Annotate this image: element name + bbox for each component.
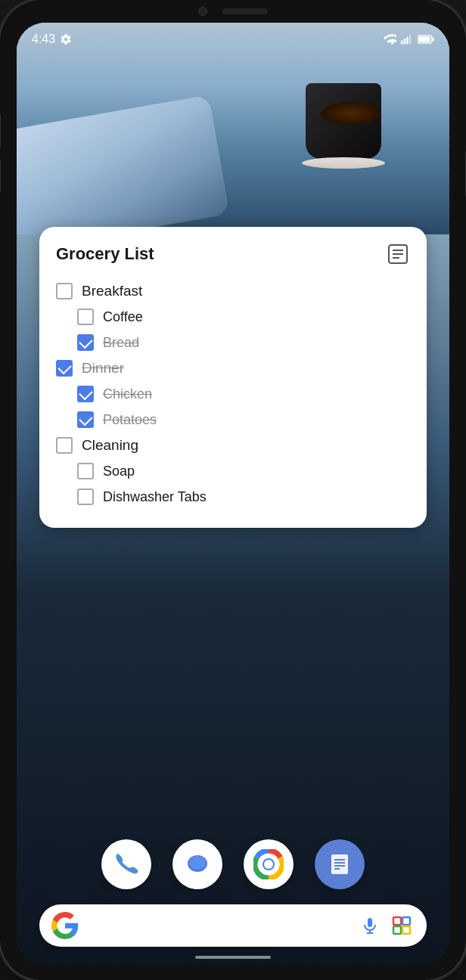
wifi-icon [383, 34, 396, 45]
svg-rect-27 [393, 926, 401, 934]
google-search-bar[interactable] [39, 904, 427, 947]
svg-rect-22 [368, 918, 372, 927]
widget-header: Grocery List [56, 242, 410, 266]
google-lens-button[interactable] [389, 913, 415, 938]
svg-rect-0 [401, 41, 402, 45]
bottom-dock [17, 839, 449, 889]
google-logo [51, 912, 79, 939]
dock-app-notes[interactable] [315, 839, 365, 889]
voice-search-button[interactable] [357, 913, 383, 938]
checkbox-dishwasher[interactable] [77, 488, 94, 505]
home-indicator[interactable] [195, 956, 271, 959]
item-label-coffee: Coffee [103, 309, 143, 325]
status-icons [383, 34, 434, 45]
status-time: 4:43 [32, 33, 72, 46]
list-icon[interactable] [386, 242, 410, 266]
checkbox-dinner[interactable] [56, 360, 73, 377]
phone-notch [0, 0, 466, 23]
item-label-chicken: Chicken [103, 386, 152, 402]
list-item[interactable]: Cleaning [56, 433, 410, 458]
svg-rect-6 [432, 37, 434, 41]
item-label-dishwasher: Dishwasher Tabs [103, 489, 207, 505]
grocery-list-widget: Grocery List Breakfast Coffee [39, 227, 427, 528]
item-label-soap: Soap [103, 464, 135, 479]
svg-rect-25 [393, 917, 401, 925]
cloth-decoration [17, 95, 230, 234]
checkbox-bread[interactable] [77, 334, 94, 351]
list-item[interactable]: Dinner [56, 355, 410, 381]
checklist: Breakfast Coffee Bread Dinner [56, 278, 410, 510]
speaker [222, 8, 268, 14]
item-label-bread: Bread [103, 335, 139, 351]
list-item[interactable]: Dishwasher Tabs [56, 484, 410, 510]
list-item[interactable]: Bread [56, 330, 410, 355]
widget-title: Grocery List [56, 244, 154, 264]
svg-rect-2 [406, 37, 408, 45]
svg-rect-1 [404, 39, 405, 44]
item-label-breakfast: Breakfast [82, 283, 142, 299]
checkbox-cleaning[interactable] [56, 437, 73, 454]
battery-icon [418, 34, 434, 45]
dock-app-messages[interactable] [172, 839, 222, 889]
dock-app-phone[interactable] [101, 839, 151, 889]
svg-rect-28 [402, 926, 410, 934]
front-camera [198, 7, 207, 16]
item-label-cleaning: Cleaning [82, 437, 138, 454]
svg-point-12 [189, 856, 206, 870]
dock-app-chrome[interactable] [244, 839, 294, 889]
item-label-potatoes: Potatoes [103, 412, 157, 428]
svg-rect-17 [331, 854, 348, 874]
list-item[interactable]: Coffee [56, 304, 410, 330]
svg-rect-5 [418, 36, 430, 42]
checkbox-potatoes[interactable] [77, 411, 94, 428]
svg-point-16 [264, 860, 273, 869]
coffee-cup-decoration [298, 68, 389, 174]
svg-rect-26 [402, 917, 410, 925]
item-label-dinner: Dinner [82, 360, 124, 377]
checkbox-coffee[interactable] [77, 309, 94, 325]
checkbox-chicken[interactable] [77, 386, 94, 402]
volume-up-button[interactable] [0, 113, 1, 147]
volume-down-button[interactable] [0, 159, 1, 193]
time-display: 4:43 [32, 33, 55, 46]
checkbox-soap[interactable] [77, 463, 94, 479]
checkbox-breakfast[interactable] [56, 283, 73, 299]
list-item[interactable]: Chicken [56, 381, 410, 407]
status-bar: 4:43 [17, 23, 449, 56]
list-item[interactable]: Soap [56, 458, 410, 484]
phone-frame: 4:43 [0, 0, 466, 980]
svg-rect-3 [409, 35, 411, 44]
list-item[interactable]: Breakfast [56, 278, 410, 304]
settings-icon [60, 33, 72, 45]
signal-icon [401, 34, 413, 45]
phone-screen: 4:43 [17, 23, 449, 965]
list-item[interactable]: Potatoes [56, 407, 410, 433]
